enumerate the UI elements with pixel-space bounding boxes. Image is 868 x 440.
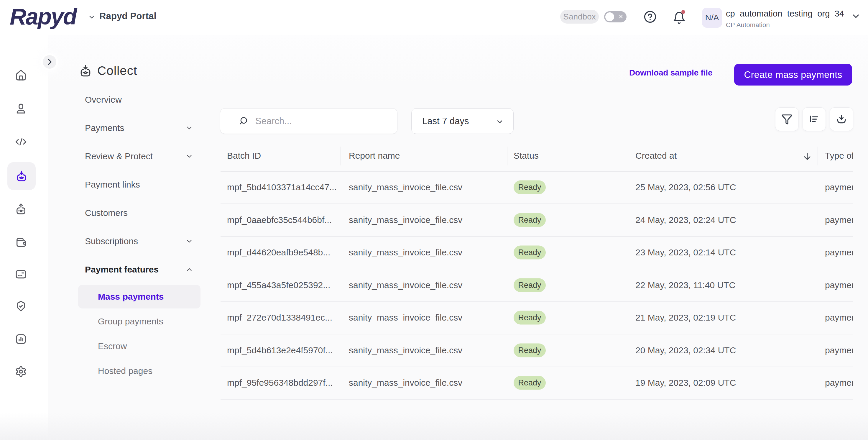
svg-text:Rapyd: Rapyd bbox=[10, 4, 78, 30]
